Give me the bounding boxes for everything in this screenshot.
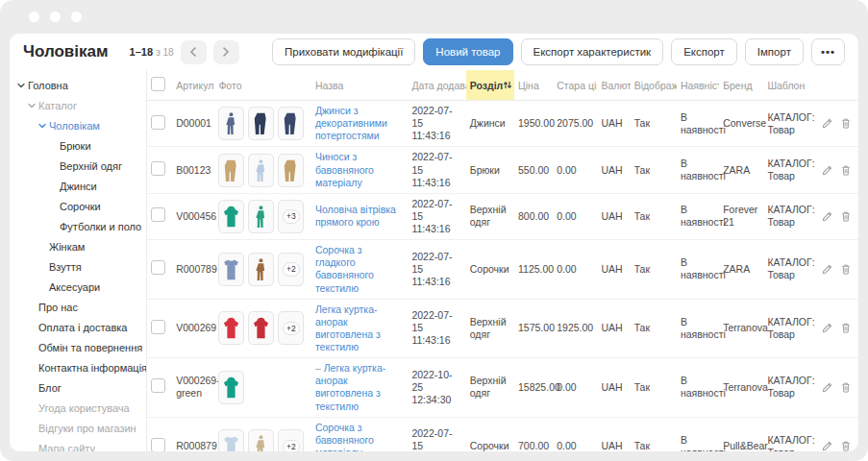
edit-button[interactable] xyxy=(822,264,832,275)
import-button[interactable]: Імпорт xyxy=(745,38,804,65)
product-photo-thumbnail[interactable] xyxy=(248,107,274,140)
sidebar-item[interactable]: Сорочки xyxy=(10,196,146,216)
delete-button[interactable] xyxy=(841,264,851,275)
window-control-zoom-icon[interactable] xyxy=(71,12,82,22)
sidebar-item[interactable]: Взуття xyxy=(10,256,146,277)
product-photo-thumbnail[interactable] xyxy=(278,154,304,187)
select-all-checkbox[interactable] xyxy=(151,77,165,91)
product-photo-thumbnail[interactable] xyxy=(218,429,244,451)
row-select-checkbox[interactable] xyxy=(151,207,165,222)
product-photo-thumbnail[interactable] xyxy=(248,154,274,187)
pants-photo-icon xyxy=(222,158,240,183)
edit-button[interactable] xyxy=(822,211,832,222)
row-select-checkbox[interactable] xyxy=(151,161,165,176)
product-name-link[interactable]: – Легка куртка-анорак виготовлена з текс… xyxy=(315,362,385,411)
column-header-old_price[interactable]: Стара ціна xyxy=(553,70,597,101)
edit-button[interactable] xyxy=(822,382,832,393)
product-photo-thumbnail[interactable] xyxy=(248,311,274,345)
product-photo-thumbnail[interactable] xyxy=(218,200,244,233)
more-actions-button[interactable]: ••• xyxy=(811,38,845,65)
product-name-link[interactable]: Сорочка з бавовняного матеріалу притален… xyxy=(315,422,400,451)
window-control-minimize-icon[interactable] xyxy=(50,12,61,22)
delete-button[interactable] xyxy=(841,165,851,176)
sidebar-item[interactable]: Жінкам xyxy=(10,236,146,256)
prev-page-button[interactable] xyxy=(181,40,207,64)
sidebar-item[interactable]: Угода користувача xyxy=(10,398,146,418)
more-photos-badge[interactable]: +2 xyxy=(278,311,304,345)
column-header-select[interactable] xyxy=(147,70,172,101)
delete-button[interactable] xyxy=(841,118,851,129)
more-photos-badge[interactable]: +2 xyxy=(278,253,304,286)
row-select-checkbox[interactable] xyxy=(151,115,165,130)
cell-old-price: 0.00 xyxy=(553,417,597,451)
new-product-button[interactable]: Новий товар xyxy=(423,38,512,65)
column-header-name[interactable]: Назва xyxy=(311,70,409,101)
column-header-display[interactable]: Відображати xyxy=(631,70,677,101)
product-photo-thumbnail[interactable] xyxy=(218,311,244,345)
sidebar-item[interactable]: Брюки xyxy=(10,135,146,156)
export-characteristics-button[interactable]: Експорт характеристик xyxy=(521,38,664,65)
product-photo-thumbnail[interactable] xyxy=(248,200,274,233)
delete-button[interactable] xyxy=(841,382,851,393)
column-header-articul[interactable]: Артикул xyxy=(172,70,214,101)
product-name-link[interactable]: Чиноси з бавовняного матеріалу xyxy=(315,151,374,187)
product-photo-thumbnail[interactable] xyxy=(218,154,244,187)
tree-expand-toggle[interactable] xyxy=(37,122,48,130)
sidebar-item[interactable]: Джинси xyxy=(10,176,146,196)
delete-button[interactable] xyxy=(841,441,851,451)
column-header-photo[interactable]: Фото xyxy=(214,70,311,101)
tree-expand-toggle[interactable] xyxy=(15,82,27,89)
product-name-link[interactable]: Сорочка з гладкого бавовняного текстилю xyxy=(315,244,374,293)
edit-button[interactable] xyxy=(822,165,832,176)
cell-articul: V000456 xyxy=(172,193,214,239)
sidebar-item[interactable]: Каталог xyxy=(10,95,146,115)
sidebar-item[interactable]: Обмін та повернення xyxy=(10,337,146,357)
delete-button[interactable] xyxy=(841,323,851,333)
product-photo-thumbnail[interactable] xyxy=(218,371,244,404)
product-name-link[interactable]: Чоловіча вітрівка прямого крою xyxy=(315,204,396,228)
sidebar-item[interactable]: Про нас xyxy=(10,297,146,317)
row-select-checkbox[interactable] xyxy=(151,260,165,275)
column-header-currency[interactable]: Валюта xyxy=(597,70,630,101)
edit-button[interactable] xyxy=(822,118,832,129)
sidebar-item[interactable]: Аксесуари xyxy=(10,277,146,297)
hide-modifications-button[interactable]: Приховати модифікації xyxy=(272,38,415,65)
sidebar-item[interactable]: Відгуки про магазин xyxy=(10,418,146,438)
sidebar-item[interactable]: Контактна інформація xyxy=(10,357,146,377)
cell-price: 550.00 xyxy=(514,147,553,193)
window-control-close-icon[interactable] xyxy=(29,12,39,22)
sidebar-item[interactable]: Футболки и поло xyxy=(10,216,146,236)
sidebar-item[interactable]: Оплата і доставка xyxy=(10,317,146,337)
product-photo-thumbnail[interactable] xyxy=(248,253,274,286)
sidebar-item[interactable]: Чоловікам xyxy=(10,115,146,135)
more-photos-badge[interactable]: +2 xyxy=(278,429,304,451)
next-page-button[interactable] xyxy=(213,40,239,64)
product-name-link[interactable]: Джинси з декоративними потертостями xyxy=(315,105,387,141)
edit-button[interactable] xyxy=(822,441,832,451)
sidebar-item[interactable]: Блог xyxy=(10,377,146,398)
column-header-template[interactable]: Шаблон xyxy=(763,70,817,101)
product-name-link[interactable]: Легка куртка-анорак виготовлена з тексти… xyxy=(315,303,381,352)
column-header-brand[interactable]: Бренд xyxy=(719,70,763,101)
product-photo-thumbnail[interactable] xyxy=(248,429,274,451)
delete-button[interactable] xyxy=(841,211,851,222)
row-select-checkbox[interactable] xyxy=(151,438,165,451)
column-header-availability[interactable]: Наявність xyxy=(677,70,719,101)
product-photo-thumbnail[interactable] xyxy=(278,107,304,140)
more-photos-badge[interactable]: +3 xyxy=(278,200,304,233)
sidebar-item[interactable]: Головна xyxy=(10,75,146,95)
product-photo-thumbnail[interactable] xyxy=(218,253,244,286)
sidebar-item[interactable]: Мапа сайту xyxy=(10,438,146,451)
column-header-section[interactable]: Розділ xyxy=(466,70,514,101)
sidebar-item[interactable]: Верхній одяг xyxy=(10,156,146,176)
export-button[interactable]: Експорт xyxy=(671,38,737,65)
tree-expand-toggle[interactable] xyxy=(26,102,37,109)
edit-button[interactable] xyxy=(822,323,832,333)
column-header-date[interactable]: Дата додавання xyxy=(408,70,465,101)
row-select-checkbox[interactable] xyxy=(151,378,165,393)
cell-availability: В наявності xyxy=(677,193,719,239)
column-header-price[interactable]: Ціна xyxy=(514,70,553,101)
row-select-checkbox[interactable] xyxy=(151,320,165,334)
product-photo-thumbnail[interactable] xyxy=(218,107,244,140)
table-row: B00123Чиноси з бавовняного матеріалу2022… xyxy=(147,147,858,193)
